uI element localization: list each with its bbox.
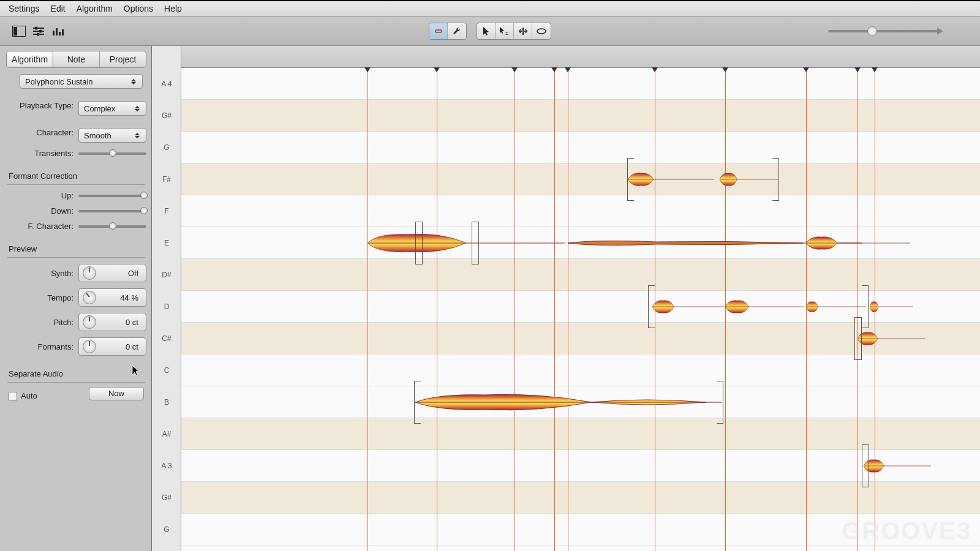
lane-A3[interactable]: A 3 (181, 450, 980, 482)
formant-down-slider[interactable] (78, 210, 146, 212)
pointer-plusminus-tool-button[interactable]: ± (496, 23, 514, 39)
time-marker[interactable] (514, 68, 515, 551)
lane-A4[interactable]: A 4 (181, 68, 980, 100)
lane-label: G# (152, 111, 181, 120)
tool-segment-2: ± (477, 23, 551, 40)
note-blob[interactable] (368, 232, 565, 254)
panel-toggle-icon[interactable] (11, 23, 27, 39)
pitch-dial-icon (83, 315, 96, 329)
sidebar-tabs: Algorithm Note Project (6, 51, 146, 68)
sliders-icon[interactable] (31, 23, 47, 39)
lane-label: G (152, 525, 181, 534)
pointer-tool-button[interactable] (477, 23, 496, 39)
svg-rect-1 (13, 27, 17, 36)
note-bracket (472, 222, 479, 264)
note-editor-canvas[interactable]: 𝄞 A 4G#GF#FED#DC#CBA#A 3G#G GROOVE3 (152, 46, 980, 551)
menu-algorithm[interactable]: Algorithm (77, 4, 113, 13)
lane-G[interactable]: G (181, 132, 980, 163)
preview-section-header: Preview (6, 244, 146, 253)
formant-up-slider[interactable] (78, 195, 146, 197)
split-tool-button[interactable] (514, 23, 532, 39)
lane-label: F (152, 207, 181, 216)
tempo-control[interactable]: 44 % (78, 288, 146, 307)
note-bracket (862, 444, 869, 487)
lane-F[interactable]: F (181, 195, 980, 227)
piano-lane-column (152, 46, 181, 551)
synth-dial-icon (83, 266, 96, 280)
lane-label: E (152, 239, 181, 247)
auto-label: Auto (21, 391, 37, 400)
note-bracket (627, 158, 779, 201)
tab-algorithm[interactable]: Algorithm (7, 51, 53, 67)
lane-G#[interactable]: G# (181, 100, 980, 132)
lane-label: D (152, 302, 181, 311)
chevron-updown-icon (134, 133, 141, 138)
character-select[interactable]: Smooth (78, 128, 146, 143)
marker-triangle-icon (565, 67, 571, 72)
formants-control[interactable]: 0 ct (78, 337, 146, 356)
lane-G#[interactable]: G# (181, 482, 980, 514)
auto-checkbox[interactable]: Auto (9, 391, 37, 400)
tab-note[interactable]: Note (53, 51, 100, 67)
marker-triangle-icon (854, 67, 861, 72)
playback-type-select[interactable]: Complex (78, 101, 146, 116)
marker-triangle-icon (652, 67, 658, 72)
wrench-tool-button[interactable] (448, 23, 466, 39)
svg-point-14 (537, 29, 546, 34)
now-button[interactable]: Now (89, 387, 144, 400)
bars-icon[interactable] (50, 23, 66, 39)
loop-tool-button[interactable] (532, 23, 551, 39)
synth-control[interactable]: Off (78, 264, 146, 282)
lane-label: G# (152, 493, 181, 502)
svg-point-5 (39, 29, 42, 32)
time-marker[interactable] (568, 68, 568, 551)
lane-G[interactable]: G (181, 514, 980, 545)
tempo-label: Tempo: (6, 293, 78, 302)
note-blob[interactable] (806, 232, 910, 254)
note-blob[interactable] (870, 296, 913, 318)
svg-rect-9 (56, 28, 58, 36)
marker-triangle-icon (872, 67, 878, 72)
lane-label: C# (152, 334, 181, 343)
menu-edit[interactable]: Edit (51, 4, 66, 13)
transients-slider[interactable] (78, 152, 146, 155)
note-blob[interactable] (858, 328, 925, 350)
tempo-value: 44 % (120, 293, 142, 302)
time-marker[interactable] (554, 68, 555, 551)
formant-down-label: Down: (6, 206, 78, 216)
formants-label: Formants: (6, 342, 78, 351)
time-marker[interactable] (368, 68, 368, 551)
lane-label: A 4 (152, 80, 181, 88)
link-tool-button[interactable] (429, 23, 448, 39)
menu-settings[interactable]: Settings (9, 4, 40, 13)
formants-dial-icon (83, 340, 96, 353)
tab-project[interactable]: Project (100, 51, 146, 67)
note-bracket (854, 317, 862, 360)
lane-F#[interactable]: F# (181, 163, 980, 195)
menu-options[interactable]: Options (124, 4, 153, 13)
lane-label: F# (152, 175, 181, 184)
zoom-slider[interactable] (828, 28, 943, 35)
tempo-dial-icon (83, 291, 96, 304)
marker-triangle-icon (551, 67, 557, 72)
pitch-control[interactable]: 0 ct (78, 313, 146, 331)
marker-triangle-icon (803, 67, 809, 72)
note-blob[interactable] (864, 455, 931, 477)
algorithm-select[interactable]: Polyphonic Sustain (20, 74, 143, 89)
time-ruler[interactable]: 𝄞 (152, 46, 980, 68)
menu-bar: Settings Edit Algorithm Options Help (0, 1, 980, 17)
svg-rect-10 (59, 32, 61, 36)
playback-type-value: Complex (84, 104, 115, 113)
menu-help[interactable]: Help (164, 4, 182, 13)
lane-label: A 3 (152, 462, 181, 470)
lane-label: G (152, 143, 181, 152)
toolbar: ± (0, 17, 980, 46)
formant-character-slider[interactable] (78, 225, 146, 228)
marker-triangle-icon (722, 67, 728, 72)
chevron-updown-icon (134, 106, 141, 111)
marker-triangle-icon (434, 67, 440, 72)
mouse-cursor-icon (132, 365, 140, 376)
svg-point-3 (35, 26, 38, 29)
time-marker[interactable] (437, 68, 437, 551)
formant-up-label: Up: (6, 191, 78, 200)
